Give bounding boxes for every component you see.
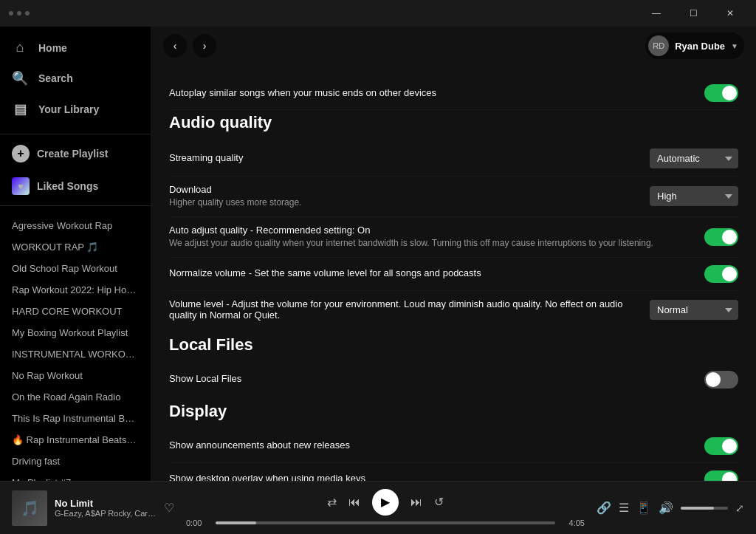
section-title-audio-quality: Audio quality [169,113,738,132]
autoplay-toggle[interactable] [704,84,738,102]
row-title-show-desktop-overlay: Show desktop overlay when using media ke… [169,473,693,481]
playback-controls: ⇄ ⏮ ▶ ⏭ ↺ 0:00 4:05 [186,489,585,527]
toggle-normalize-volume[interactable] [704,265,738,283]
toggle-auto-adjust[interactable] [704,228,738,246]
player-buttons: ⇄ ⏮ ▶ ⏭ ↺ [327,489,444,516]
row-title-volume-level: Volume level - Adjust the volume for you… [169,298,638,321]
sidebar-create-playlist[interactable]: + Create Playlist [0,137,151,170]
forward-button[interactable]: › [193,34,216,58]
lyrics-button[interactable]: 🔗 [597,501,611,515]
titlebar-menu-dots[interactable] [9,11,30,16]
row-subtitle-auto-adjust: We adjust your audio quality when your i… [169,237,693,250]
username: Ryan Dube [675,41,725,52]
main-content: ‹ › RD Ryan Dube ▼ Autoplay similar song… [151,27,756,481]
row-subtitle-download-quality: Higher quality uses more storage. [169,196,638,209]
create-playlist-label: Create Playlist [37,148,109,160]
search-icon: 🔍 [12,70,28,86]
user-menu[interactable]: RD Ryan Dube ▼ [645,32,744,59]
volume-icon[interactable]: 🔊 [659,501,673,515]
settings-sections: Audio qualityStreaming qualityAutomaticL… [169,113,738,481]
autoplay-label: Autoplay similar songs when your music e… [169,87,693,98]
list-item[interactable]: Agressive Workout Rap [0,215,151,236]
list-item[interactable]: Driving fast [0,451,151,472]
section-local-files: Local FilesShow Local Files [169,335,738,396]
sidebar-item-home[interactable]: ⌂ Home [0,32,151,63]
sidebar: ⌂ Home 🔍 Search ▤ Your Library + Create … [0,27,151,481]
list-item[interactable]: INSTRUMENTAL WORKOU... [0,343,151,365]
settings-row-show-announcements: Show announcements about new releases [169,430,738,463]
list-item[interactable]: Rap Workout 2022: Hip Hop... [0,279,151,301]
top-nav: ‹ › RD Ryan Dube ▼ [151,27,756,65]
heart-icon: ♥ [12,177,30,195]
slider-show-local-files [704,371,738,388]
caret-down-icon: ▼ [731,42,738,50]
play-pause-button[interactable]: ▶ [372,489,399,516]
devices-button[interactable]: 📱 [636,501,651,515]
settings-row-show-desktop-overlay: Show desktop overlay when using media ke… [169,463,738,481]
toggle-show-announcements[interactable] [704,437,738,455]
toggle-show-desktop-overlay[interactable] [704,470,738,481]
queue-button[interactable]: ☰ [619,501,629,515]
back-button[interactable]: ‹ [163,34,187,58]
like-button[interactable]: ♡ [164,501,174,515]
select-volume-level[interactable]: QuietNormalLoud [650,300,738,320]
sidebar-home-label: Home [38,42,67,54]
autoplay-row: Autoplay similar songs when your music e… [169,77,738,110]
row-title-download-quality: Download [169,184,638,195]
list-item[interactable]: No Rap Workout [0,365,151,386]
titlebar: — ☐ ✕ [0,0,756,27]
sidebar-nav: ⌂ Home 🔍 Search ▤ Your Library [0,27,151,131]
track-details: No Limit G-Eazy, A$AP Rocky, Cardi B [55,498,157,518]
section-audio-quality: Audio qualityStreaming qualityAutomaticL… [169,113,738,329]
dot2 [17,11,21,16]
list-item[interactable]: WORKOUT RAP 🎵 [0,236,151,258]
track-thumbnail: 🎵 [12,490,47,526]
section-title-display: Display [169,402,738,421]
row-title-streaming-quality: Streaming quality [169,152,638,163]
playlist-list: Agressive Workout RapWORKOUT RAP 🎵Old Sc… [0,209,151,481]
minimize-button[interactable]: — [639,2,673,24]
track-artist: G-Eazy, A$AP Rocky, Cardi B [55,509,157,518]
slider-show-desktop-overlay [704,470,738,481]
list-item[interactable]: Old School Rap Workout [0,258,151,279]
time-current: 0:00 [186,518,210,527]
list-item[interactable]: This Is Rap Instrumental Beats [0,408,151,429]
section-title-local-files: Local Files [169,335,738,355]
slider-show-announcements [704,437,738,455]
sidebar-item-library[interactable]: ▤ Your Library [0,94,151,125]
list-item[interactable]: 🔥 Rap Instrumental Beats 2... [0,429,151,451]
previous-button[interactable]: ⏮ [348,496,360,509]
list-item[interactable]: HARD CORE WORKOUT [0,301,151,322]
list-item[interactable]: My Playlist #7 [0,472,151,481]
repeat-button[interactable]: ↺ [434,495,444,509]
close-button[interactable]: ✕ [713,2,747,24]
sidebar-liked-songs[interactable]: ♥ Liked Songs [0,170,151,202]
settings-row-auto-adjust: Auto adjust quality - Recommended settin… [169,217,738,258]
settings-row-normalize-volume: Normalize volume - Set the same volume l… [169,258,738,291]
settings-content: Autoplay similar songs when your music e… [151,65,756,481]
sidebar-divider-1 [0,134,151,134]
volume-slider[interactable] [681,507,728,510]
list-item[interactable]: My Boxing Workout Playlist [0,322,151,343]
autoplay-slider [704,84,738,102]
fullscreen-button[interactable]: ⤢ [735,502,744,514]
list-item[interactable]: On the Road Again Radio [0,386,151,408]
row-title-show-local-files: Show Local Files [169,373,693,384]
next-button[interactable]: ⏭ [410,496,422,509]
progress-bar[interactable] [216,521,555,524]
nav-arrows: ‹ › [163,34,216,58]
player-bar: 🎵 No Limit G-Eazy, A$AP Rocky, Cardi B ♡… [0,481,756,534]
player-right-controls: 🔗 ☰ 📱 🔊 ⤢ [597,501,744,515]
select-streaming-quality[interactable]: AutomaticLowNormalHighVery High [650,148,738,168]
toggle-show-local-files[interactable] [704,371,738,388]
liked-songs-label: Liked Songs [37,180,98,192]
home-icon: ⌂ [12,40,28,55]
sidebar-item-search[interactable]: 🔍 Search [0,63,151,94]
avatar: RD [648,35,669,56]
shuffle-button[interactable]: ⇄ [327,495,337,509]
select-download-quality[interactable]: LowNormalHighVery High [650,186,738,206]
maximize-button[interactable]: ☐ [676,2,710,24]
section-display: DisplayShow announcements about new rele… [169,402,738,481]
row-title-normalize-volume: Normalize volume - Set the same volume l… [169,267,693,278]
row-title-auto-adjust: Auto adjust quality - Recommended settin… [169,225,693,236]
